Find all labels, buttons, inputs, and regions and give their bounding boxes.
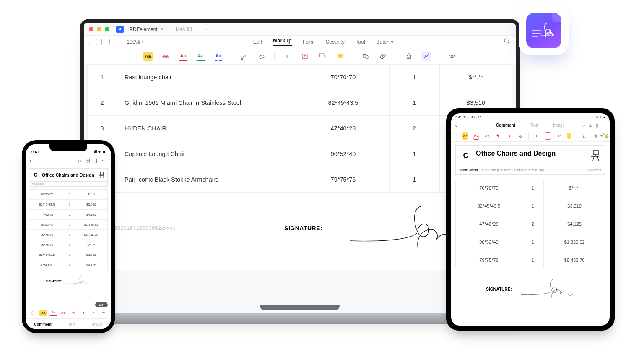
highlight-tool[interactable]: Aa <box>39 310 47 316</box>
row-price: $4,125 <box>75 260 108 270</box>
shape-tool[interactable]: ⬚ <box>582 132 587 140</box>
doc-subheader: Kristin Knight <box>29 182 108 187</box>
underline-blue-tool[interactable]: Aa <box>213 52 223 61</box>
textbox-tool[interactable]: T <box>545 132 551 140</box>
row-dim: 47*40*28 <box>29 260 65 270</box>
table-row: 47*40*282$4,125 <box>29 210 108 220</box>
svg-line-20 <box>103 175 104 178</box>
color-tool[interactable]: ● <box>506 132 512 140</box>
back-icon[interactable]: ‹ <box>455 122 457 128</box>
logo-c: C <box>460 150 472 162</box>
underline-tool[interactable]: Aa <box>473 132 479 140</box>
svg-point-0 <box>504 39 508 42</box>
more-icon[interactable]: ⋯ <box>602 122 606 128</box>
text-tool[interactable]: T <box>534 132 540 140</box>
shape-tool[interactable] <box>361 52 371 61</box>
menu-tool[interactable]: Tool <box>356 39 365 45</box>
traffic-close[interactable] <box>89 27 93 31</box>
visibility-tool[interactable] <box>447 52 457 61</box>
sign-tool[interactable] <box>421 52 431 61</box>
search-icon[interactable]: ⌕ <box>78 157 81 164</box>
phone-tab-image[interactable]: Image <box>92 322 103 326</box>
eraser-tool[interactable]: ◇ <box>517 132 523 140</box>
tablet-table: 70*70*701$**.**82*45*43.51$3,51047*40*28… <box>455 179 605 269</box>
callout-tool[interactable]: T <box>317 52 327 61</box>
phone-toolbar: ⬚ Aa Aa Aa ✎ ● ‹ ↶ <box>26 307 111 318</box>
highlight-tool[interactable]: Aa <box>462 132 468 140</box>
back-icon[interactable]: ‹ <box>30 157 31 164</box>
underline-red-tool[interactable]: Aa <box>178 52 188 61</box>
chair-icon <box>99 172 105 178</box>
signature-label: SIGNATURE: <box>284 225 322 232</box>
page-icon[interactable]: ▯ <box>94 157 97 164</box>
menu-security[interactable]: Security <box>326 39 345 45</box>
phone-tab-comment[interactable]: Comment <box>34 322 52 326</box>
row-qty: 2 <box>65 210 75 220</box>
tab-second[interactable]: Mac 90 <box>176 26 192 32</box>
color-tool[interactable]: ● <box>80 310 87 316</box>
undo-icon[interactable]: ↶ <box>100 310 107 316</box>
doc-header: C Office Chairs and Design <box>29 168 108 182</box>
signature-glyph-icon <box>538 21 556 39</box>
tab-add-button[interactable]: ＋ <box>205 25 211 33</box>
row-dim: 82*45*43.5 <box>297 90 390 116</box>
tablet-tab-text[interactable]: Text <box>530 123 538 128</box>
grid-icon[interactable]: ⊞ <box>589 122 592 128</box>
search-icon[interactable]: ⌕ <box>582 122 585 128</box>
menu-form[interactable]: Form <box>303 39 315 45</box>
text-tool[interactable]: T <box>282 52 292 61</box>
page-icon[interactable]: ▯ <box>596 122 598 128</box>
tablet-tab-image[interactable]: Image <box>553 123 565 128</box>
row-dim: 90*52*40 <box>297 141 390 167</box>
note-tool[interactable] <box>567 133 571 139</box>
more-icon[interactable]: ⋯ <box>101 157 107 164</box>
strikethrough-tool[interactable]: Aa <box>161 52 171 61</box>
underline-green-tool[interactable]: Aa <box>196 52 206 61</box>
phone-document[interactable]: C Office Chairs and Design Kristin Knigh… <box>26 166 111 307</box>
tab-close-icon[interactable]: ✕ <box>160 26 164 32</box>
row-price: $3,510 <box>75 250 108 260</box>
row-dim: 79*75*76 <box>456 251 522 269</box>
row-qty: 1 <box>65 250 75 260</box>
row-price: $1,320.92 <box>75 220 108 230</box>
menu-batch[interactable]: Batch ▾ <box>376 39 394 45</box>
marker-tool[interactable]: ✎ <box>495 132 501 140</box>
select-tool[interactable] <box>451 132 457 140</box>
menu-markup[interactable]: Markup <box>273 38 291 46</box>
view-layout-icon-1[interactable] <box>89 39 97 45</box>
highlight-tool[interactable]: Aa <box>143 52 153 61</box>
tablet-tab-comment[interactable]: Comment <box>496 123 515 128</box>
row-qty: 2 <box>390 116 440 141</box>
menu-edit[interactable]: Edit <box>253 39 262 45</box>
search-icon[interactable] <box>503 37 511 46</box>
note-tool[interactable] <box>335 52 345 61</box>
phone-tab-text[interactable]: Text <box>68 322 75 326</box>
select-tool[interactable]: ⬚ <box>29 310 37 316</box>
view-layout-icon-3[interactable] <box>114 39 122 45</box>
row-qty: 1 <box>65 230 75 240</box>
eraser-tool[interactable] <box>257 52 267 61</box>
table-row: 47*40*282$4,125 <box>456 215 605 233</box>
tablet-document[interactable]: C Office Chairs and Design Kristin Knigh… <box>451 142 610 326</box>
marker-tool[interactable]: ✎ <box>70 310 77 316</box>
tab-active[interactable]: PDFelement ✕ <box>130 26 164 32</box>
undo-icon[interactable]: ↶ <box>600 132 605 140</box>
marker-tool[interactable] <box>239 52 249 61</box>
traffic-maximize[interactable] <box>105 27 109 31</box>
grid-icon[interactable]: ⊞ <box>86 157 90 164</box>
strike-tool[interactable]: Aa <box>60 310 67 316</box>
scroll-left-icon[interactable]: ‹ <box>90 310 97 316</box>
attachment-tool[interactable] <box>378 52 388 61</box>
callout-tool[interactable]: T' <box>556 132 562 140</box>
underline-tool[interactable]: Aa <box>49 310 57 316</box>
svg-line-15 <box>597 156 599 161</box>
zoom-dropdown[interactable]: 100% ▾ <box>127 39 144 45</box>
stamp-tool[interactable] <box>404 52 414 61</box>
strike-tool[interactable]: Aa <box>484 132 490 140</box>
stamp-tool[interactable]: ♔ <box>592 132 598 140</box>
textbox-red-tool[interactable]: T <box>300 52 310 61</box>
view-layout-icon-2[interactable] <box>101 39 110 45</box>
table-row: 2Ghidini 1961 Miami Chair in Stainless S… <box>88 90 512 116</box>
traffic-minimize[interactable] <box>97 27 101 31</box>
tablet-signature-row: SIGNATURE: <box>455 272 605 301</box>
